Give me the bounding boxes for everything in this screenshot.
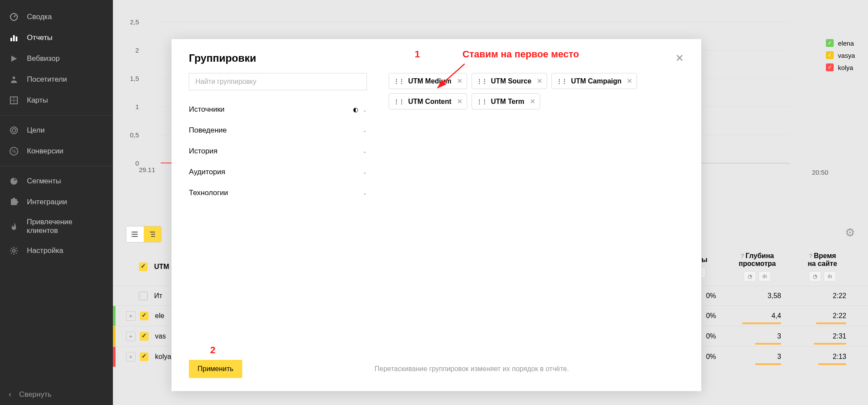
row-expand-button[interactable]: + [126, 332, 135, 341]
sidebar-item-maps[interactable]: Карты [0, 90, 113, 111]
y-tick: 1,5 [130, 75, 139, 82]
y-tick: 2 [135, 46, 139, 54]
tag-remove-button[interactable]: ✕ [530, 97, 535, 106]
tag-utm-content[interactable]: ⋮⋮ UTM Content ✕ [389, 93, 467, 110]
tag-label: UTM Campaign [571, 77, 621, 85]
sidebar-item-label: Интеграции [27, 198, 67, 206]
sidebar-item-acquisition[interactable]: Привлечение клиентов [0, 212, 113, 240]
header-checkbox[interactable] [139, 262, 148, 271]
apply-button[interactable]: Применить [189, 360, 242, 378]
chevron-left-icon: ‹ [9, 390, 11, 399]
legend-item[interactable]: ✓ elena [826, 39, 855, 47]
x-axis-label: 20:50 [812, 169, 828, 176]
cell-depth: 3,58 [725, 292, 790, 300]
y-tick: 2,5 [130, 18, 139, 26]
settings-button[interactable]: ⚙ [845, 226, 855, 239]
svg-rect-3 [13, 35, 15, 41]
cell-depth: 3 [725, 332, 790, 340]
y-tick: 0,5 [130, 131, 139, 139]
tag-utm-term[interactable]: ⋮⋮ UTM Term ✕ [472, 93, 540, 110]
sidebar-item-label: Сводка [27, 13, 52, 21]
y-tick: 1 [135, 103, 139, 110]
row-checkbox[interactable] [140, 332, 149, 341]
row-color-bar [113, 347, 116, 367]
drag-handle-icon[interactable]: ⋮⋮ [393, 78, 404, 85]
play-icon [9, 53, 19, 64]
chevron-down-icon: ⌄ [363, 169, 367, 175]
svg-rect-2 [10, 38, 12, 41]
sidebar-item-reports[interactable]: Отчеты [0, 27, 113, 48]
row-color-bar [113, 306, 116, 326]
sidebar-item-label: Отчеты [27, 33, 53, 42]
tag-remove-button[interactable]: ✕ [537, 77, 542, 85]
row-expand-button[interactable]: + [126, 311, 135, 321]
svg-point-11 [12, 129, 16, 132]
sidebar-item-integrations[interactable]: Интеграции [0, 192, 113, 212]
legend-swatch-icon: ✓ [826, 63, 834, 71]
sidebar-item-summary[interactable]: Сводка [0, 7, 113, 27]
x-axis-start: 29.11 [139, 166, 155, 173]
chart-legend: ✓ elena ✓ vasya ✓ kolya [826, 39, 855, 76]
tag-remove-button[interactable]: ✕ [457, 97, 462, 106]
help-icon[interactable]: ? [741, 252, 745, 259]
column-header-time: Время [814, 252, 836, 259]
chevron-down-icon: ⌄ [363, 127, 367, 133]
annotation-arrow-icon [434, 62, 469, 92]
row-expand-button[interactable]: + [126, 352, 135, 362]
sidebar-item-segments[interactable]: Сегменты [0, 171, 113, 192]
category-label: Аудитория [189, 168, 225, 176]
selected-tags: ⋮⋮ UTM Medium ✕ ⋮⋮ UTM Source ✕ ⋮⋮ UTM C… [389, 73, 684, 110]
category-behavior[interactable]: Поведение ⌄ [189, 120, 367, 141]
drag-handle-icon[interactable]: ⋮⋮ [393, 98, 404, 105]
legend-label: kolya [838, 64, 853, 71]
row-checkbox[interactable] [140, 352, 149, 361]
legend-label: elena [838, 40, 854, 47]
close-button[interactable]: ✕ [675, 52, 684, 64]
category-technology[interactable]: Технологии ⌄ [189, 183, 367, 203]
category-history[interactable]: История ⌄ [189, 141, 367, 162]
sidebar-item-conversions[interactable]: % Конверсии [0, 141, 113, 162]
legend-item[interactable]: ✓ kolya [826, 63, 855, 71]
pie-chart-button[interactable]: ◔ [744, 271, 756, 282]
bar-chart-button[interactable]: ılı [759, 271, 771, 282]
tag-utm-campaign[interactable]: ⋮⋮ UTM Campaign ✕ [551, 73, 637, 89]
puzzle-icon [9, 197, 19, 207]
modal-title: Группировки [189, 52, 256, 64]
row-checkbox[interactable] [140, 312, 149, 320]
tag-label: UTM Content [408, 98, 452, 106]
grid-icon [9, 95, 19, 106]
chevron-down-icon: ⌄ [363, 107, 367, 113]
category-sources[interactable]: Источники ◐⌄ [189, 99, 367, 120]
cell-time: 2:31 [790, 332, 855, 340]
column-header-time-sub: на сайте [808, 260, 837, 268]
row-color-bar [113, 326, 116, 346]
legend-item[interactable]: ✓ vasya [826, 51, 855, 59]
category-audience[interactable]: Аудитория ⌄ [189, 162, 367, 183]
sidebar-item-goals[interactable]: Цели [0, 120, 113, 141]
svg-point-25 [132, 236, 132, 237]
sidebar-item-label: Посетители [27, 75, 67, 84]
tag-utm-source[interactable]: ⋮⋮ UTM Source ✕ [472, 73, 547, 89]
flame-icon [9, 221, 19, 232]
svg-line-1 [14, 15, 16, 17]
bar-chart-button[interactable]: ılı [824, 271, 836, 282]
sidebar-item-label: Настройка [27, 246, 63, 255]
view-list-button[interactable] [126, 226, 144, 242]
drag-handle-icon[interactable]: ⋮⋮ [556, 78, 567, 85]
sidebar-item-webvisor[interactable]: Вебвизор [0, 48, 113, 69]
sidebar-item-settings[interactable]: Настройка [0, 240, 113, 261]
sidebar-item-visitors[interactable]: Посетители [0, 69, 113, 90]
drag-handle-icon[interactable]: ⋮⋮ [476, 78, 487, 85]
search-input[interactable] [189, 73, 367, 90]
sidebar-collapse-button[interactable]: ‹ Свернуть [0, 384, 113, 405]
view-tree-button[interactable] [144, 226, 161, 242]
row-checkbox[interactable] [139, 292, 148, 300]
sidebar-divider [0, 166, 113, 166]
help-icon[interactable]: ? [809, 252, 813, 259]
user-icon [9, 74, 19, 85]
half-filled-icon: ◐ [353, 106, 358, 113]
sidebar: Сводка Отчеты Вебвизор Посетители Карты … [0, 0, 113, 405]
tag-remove-button[interactable]: ✕ [627, 77, 632, 85]
pie-chart-button[interactable]: ◔ [809, 271, 821, 282]
drag-handle-icon[interactable]: ⋮⋮ [476, 98, 487, 105]
